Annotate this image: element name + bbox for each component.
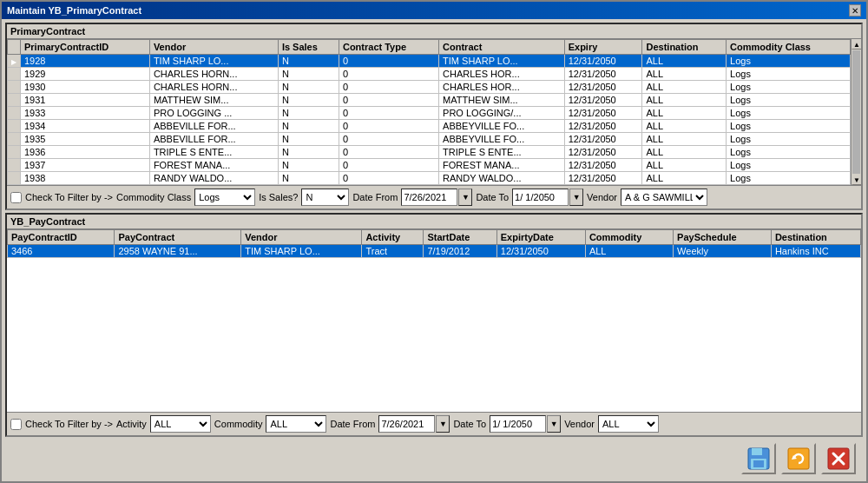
primary-contract-id: 1928	[21, 55, 150, 68]
pay-col-expiry-date: ExpirtyDate	[496, 230, 585, 245]
lower-date-to-btn[interactable]: ▼	[547, 415, 561, 433]
pay-col-contract: PayContract	[115, 230, 241, 245]
close-window-button[interactable]: ✕	[849, 4, 861, 17]
vendor-cell: PRO LOGGING ...	[149, 107, 278, 120]
commodity-class-cell: Logs	[727, 120, 851, 133]
lower-activity-select[interactable]: ALL	[150, 415, 211, 433]
refresh-button[interactable]	[781, 443, 816, 474]
commodity-class-cell: Logs	[727, 68, 851, 81]
pay-col-pay-schedule: PaySchedule	[674, 230, 772, 245]
primary-contract-id: 1935	[21, 133, 150, 146]
table-row[interactable]: 1938 RANDY WALDO... N 0 RANDY WALDO... 1…	[8, 172, 851, 185]
destination-cell: ALL	[642, 172, 727, 185]
close-icon	[826, 447, 851, 471]
destination-cell: ALL	[642, 81, 727, 94]
is-sales-label: Is Sales?	[259, 192, 298, 202]
upper-date-from-btn[interactable]: ▼	[458, 189, 472, 206]
commodity-class-select[interactable]: Logs	[194, 189, 255, 206]
lower-date-to: ▼	[490, 415, 561, 433]
table-row[interactable]: 1934 ABBEVILLE FOR... N 0 ABBEYVILLE FO.…	[8, 120, 851, 133]
contract-cell: FOREST MANA...	[439, 159, 565, 172]
row-indicator	[8, 120, 21, 133]
table-row[interactable]: 1930 CHARLES HORN... N 0 CHARLES HOR... …	[8, 81, 851, 94]
col-is-sales: Is Sales	[278, 40, 339, 55]
upper-filter-checkbox[interactable]	[10, 192, 22, 203]
contract-type-cell: 0	[339, 55, 438, 68]
pay-commodity-cell: ALL	[585, 245, 673, 258]
is-sales-cell: N	[278, 172, 339, 185]
scroll-up-btn[interactable]: ▲	[852, 39, 861, 50]
table-row[interactable]: 1933 PRO LOGGING ... N 0 PRO LOGGING/...…	[8, 107, 851, 120]
upper-date-to-input[interactable]	[512, 189, 569, 206]
lower-vendor-select[interactable]: ALL	[598, 415, 659, 433]
contract-type-cell: 0	[339, 68, 438, 81]
expiry-cell: 12/31/2050	[564, 172, 642, 185]
lower-date-from-btn[interactable]: ▼	[436, 415, 450, 433]
table-row[interactable]: 1931 MATTHEW SIM... N 0 MATTHEW SIM... 1…	[8, 94, 851, 107]
save-icon	[746, 447, 771, 471]
close-button[interactable]	[821, 443, 856, 474]
primary-contract-id: 1933	[21, 107, 150, 120]
upper-date-from-input[interactable]	[401, 189, 457, 206]
expiry-cell: 12/31/2050	[564, 55, 642, 68]
upper-vendor-select[interactable]: A & G SAWMILL	[621, 189, 707, 206]
row-indicator	[8, 159, 21, 172]
destination-cell: ALL	[642, 146, 727, 159]
primary-contract-id: 1938	[21, 172, 150, 185]
primary-contract-grid[interactable]: PrimaryContractID Vendor Is Sales Contra…	[7, 39, 851, 185]
save-button[interactable]	[741, 443, 776, 474]
contract-type-cell: 0	[339, 94, 438, 107]
is-sales-select[interactable]: N	[301, 189, 349, 206]
commodity-class-cell: Logs	[727, 133, 851, 146]
pay-col-vendor: Vendor	[241, 230, 362, 245]
vendor-cell: CHARLES HORN...	[149, 81, 278, 94]
primary-contract-section: PrimaryContract PrimaryContractID Vendor…	[5, 23, 863, 210]
window-title: Maintain YB_PrimaryContract	[7, 5, 141, 16]
is-sales-cell: N	[278, 55, 339, 68]
upper-date-to-btn[interactable]: ▼	[569, 189, 583, 206]
table-row[interactable]: 1937 FOREST MANA... N 0 FOREST MANA... 1…	[8, 159, 851, 172]
pay-contract-table: PayContractID PayContract Vendor Activit…	[7, 229, 861, 258]
main-content: PrimaryContract PrimaryContractID Vendor…	[2, 19, 866, 481]
pay-col-destination: Destination	[771, 230, 860, 245]
pay-contract-section: YB_PayContract PayContractID PayContract…	[5, 213, 863, 437]
primary-contract-id: 1930	[21, 81, 150, 94]
lower-commodity-select[interactable]: ALL	[266, 415, 326, 433]
table-row[interactable]: 1936 TRIPLE S ENTE... N 0 TRIPLE S ENTE.…	[8, 146, 851, 159]
vendor-cell: ABBEVILLE FOR...	[149, 120, 278, 133]
pay-activity-cell: Tract	[362, 245, 424, 258]
commodity-class-cell: Logs	[727, 94, 851, 107]
expiry-cell: 12/31/2050	[564, 159, 642, 172]
vendor-cell: CHARLES HORN...	[149, 68, 278, 81]
destination-cell: ALL	[642, 94, 727, 107]
commodity-class-cell: Logs	[727, 159, 851, 172]
scroll-down-btn[interactable]: ▼	[852, 175, 861, 185]
upper-scrollbar[interactable]: ▲ ▼	[851, 39, 861, 185]
lower-date-from-label: Date From	[330, 419, 375, 429]
vendor-cell: ABBEVILLE FOR...	[149, 133, 278, 146]
contract-type-cell: 0	[339, 107, 438, 120]
expiry-cell: 12/31/2050	[564, 94, 642, 107]
lower-date-from-input[interactable]	[378, 415, 435, 433]
table-row[interactable]: 3466 2958 WAYNE 91... TIM SHARP LO... Tr…	[8, 245, 861, 258]
scroll-thumb[interactable]	[852, 50, 860, 174]
lower-activity-label: Activity	[116, 419, 147, 429]
svg-rect-4	[788, 448, 809, 469]
lower-date-to-input[interactable]	[490, 415, 546, 433]
is-sales-cell: N	[278, 81, 339, 94]
vendor-cell: MATTHEW SIM...	[149, 94, 278, 107]
lower-filter-label: Check To Filter by ->	[25, 419, 113, 429]
destination-cell: ALL	[642, 68, 727, 81]
is-sales-cell: N	[278, 146, 339, 159]
lower-filter-checkbox[interactable]	[10, 419, 22, 430]
table-row[interactable]: 1935 ABBEVILLE FOR... N 0 ABBEYVILLE FO.…	[8, 133, 851, 146]
pay-contract-grid[interactable]: PayContractID PayContract Vendor Activit…	[7, 229, 861, 412]
pay-contract-tab[interactable]: YB_PayContract	[7, 215, 861, 229]
table-row[interactable]: 1929 CHARLES HORN... N 0 CHARLES HOR... …	[8, 68, 851, 81]
table-row[interactable]: 1928 TIM SHARP LO... N 0 TIM SHARP LO...…	[8, 55, 851, 68]
destination-cell: ALL	[642, 107, 727, 120]
destination-cell: ALL	[642, 133, 727, 146]
primary-contract-id: 1929	[21, 68, 150, 81]
primary-contract-tab[interactable]: PrimaryContract	[7, 24, 861, 39]
row-indicator	[8, 146, 21, 159]
